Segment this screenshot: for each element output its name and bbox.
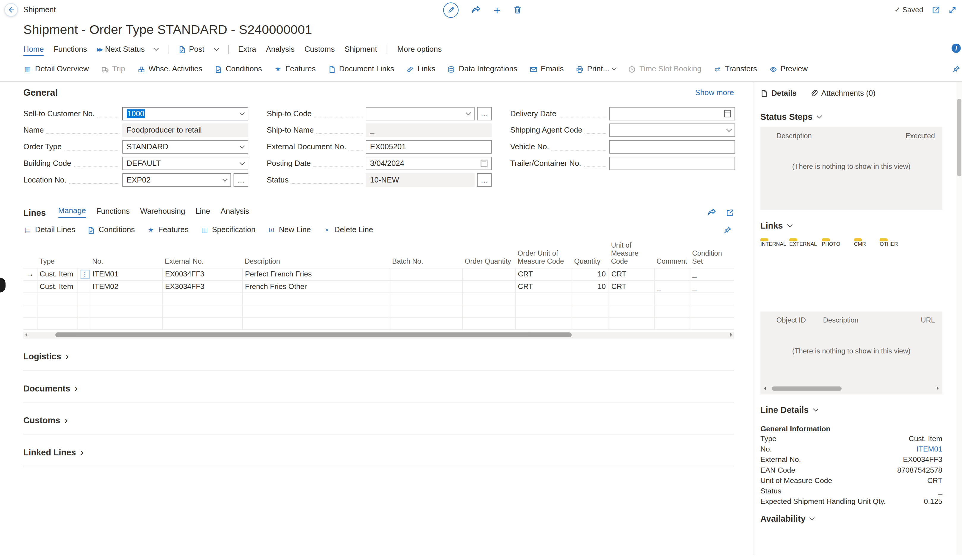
folder-cmr[interactable]: CMR (847, 241, 873, 247)
ship-to-code-assist-button[interactable]: … (477, 107, 492, 121)
shipping-agent-code-input[interactable] (609, 123, 735, 137)
delete-button[interactable] (513, 5, 522, 14)
col-batch-no[interactable]: Batch No. (390, 240, 462, 268)
action-data-integrations[interactable]: Data Integrations (447, 64, 517, 73)
lines-action-features[interactable]: ★Features (147, 225, 189, 234)
cell-condition-set[interactable]: _ (689, 268, 734, 280)
col-condition-set[interactable]: Condition Set (689, 240, 734, 268)
show-more-link[interactable]: Show more (695, 88, 734, 97)
new-button[interactable]: + (494, 4, 500, 16)
action-features[interactable]: ★Features (274, 64, 315, 73)
status-steps-heading[interactable]: Status Steps (760, 112, 943, 122)
folder-external[interactable]: EXTERNAL (789, 241, 815, 247)
vertical-scrollbar[interactable] (956, 82, 962, 555)
scrollbar-thumb[interactable] (772, 386, 842, 391)
status-assist-button[interactable]: … (477, 173, 492, 187)
cell-no[interactable]: ITEM02 (90, 280, 162, 293)
menu-extra[interactable]: Extra (238, 45, 256, 53)
posting-date-input[interactable]: 3/04/2024 (366, 157, 492, 170)
section-documents[interactable]: Documents› (24, 383, 734, 402)
cell-order-uom[interactable]: CRT (515, 280, 571, 293)
cell-external-no[interactable]: EX0034FF3 (162, 268, 242, 280)
action-document-links[interactable]: Document Links (328, 64, 394, 73)
sell-to-customer-no-input[interactable]: 1000 (122, 107, 248, 121)
cell-description[interactable]: Perfect French Fries (242, 268, 389, 280)
scroll-right-arrow[interactable] (730, 333, 732, 336)
action-print[interactable]: Print... (575, 64, 616, 73)
item-link[interactable]: ITEM01 (917, 445, 943, 453)
menu-more-options[interactable]: More options (397, 45, 442, 53)
table-row-empty[interactable] (24, 293, 734, 305)
folder-other[interactable]: OTHER (876, 241, 902, 247)
col-order-quantity[interactable]: Order Quantity (462, 240, 515, 268)
info-icon[interactable]: i (952, 44, 961, 53)
action-conditions[interactable]: Conditions (214, 64, 262, 73)
menu-shipment[interactable]: Shipment (345, 45, 377, 53)
action-emails[interactable]: Emails (529, 64, 564, 73)
menu-next-status[interactable]: ▶▶Next Status (97, 45, 145, 53)
action-whse-activities[interactable]: Whse. Activities (137, 64, 202, 73)
col-description[interactable]: Description (242, 240, 389, 268)
cell-uom[interactable]: CRT (609, 280, 654, 293)
chevron-down-icon[interactable] (223, 177, 228, 182)
location-no-assist-button[interactable]: … (233, 173, 248, 187)
row-menu-icon[interactable]: ⋮ (80, 270, 89, 279)
cell-order-quantity[interactable] (462, 268, 515, 280)
pin-icon[interactable] (952, 64, 960, 73)
menu-analysis[interactable]: Analysis (266, 45, 294, 53)
cell-no[interactable]: ITEM01 (90, 268, 162, 280)
folder-photo[interactable]: PHOTO (818, 241, 844, 247)
tab-details[interactable]: Details (760, 89, 797, 98)
share-button[interactable] (471, 5, 481, 14)
trailer-container-no-input[interactable] (609, 157, 735, 170)
col-uom[interactable]: Unit of Measure Code (609, 240, 654, 268)
chevron-down-icon[interactable] (240, 160, 245, 165)
action-links[interactable]: Links (406, 64, 436, 73)
section-customs[interactable]: Customs› (24, 415, 734, 434)
menu-functions[interactable]: Functions (54, 45, 87, 53)
delivery-date-input[interactable] (609, 107, 735, 121)
pin-icon[interactable] (723, 225, 731, 234)
cell-quantity[interactable]: 10 (571, 280, 609, 293)
calendar-icon[interactable] (724, 110, 731, 117)
resize-button[interactable] (949, 5, 957, 14)
cell-batch-no[interactable] (390, 280, 462, 293)
scroll-left-arrow[interactable] (25, 333, 27, 336)
chevron-down-icon[interactable] (466, 110, 471, 116)
lines-tab-line[interactable]: Line (196, 207, 210, 217)
table-row-empty[interactable] (24, 317, 734, 329)
availability-heading[interactable]: Availability (760, 513, 943, 523)
lines-action-delete-line[interactable]: ×Delete Line (323, 225, 373, 234)
line-details-heading[interactable]: Line Details (760, 405, 943, 415)
cell-comment[interactable]: _ (654, 280, 689, 293)
cell-condition-set[interactable]: _ (689, 280, 734, 293)
cell-external-no[interactable]: EX3034FF3 (162, 280, 242, 293)
lines-action-specification[interactable]: ▥Specification (200, 225, 255, 234)
col-quantity[interactable]: Quantity (571, 240, 609, 268)
open-lines-in-new-window-button[interactable] (726, 208, 734, 216)
lines-tab-analysis[interactable]: Analysis (221, 207, 249, 217)
col-comment[interactable]: Comment (654, 240, 689, 268)
edit-button[interactable] (443, 2, 458, 18)
location-no-input[interactable]: EXP02 (122, 173, 231, 187)
cell-uom[interactable]: CRT (609, 268, 654, 280)
action-detail-overview[interactable]: ▦Detail Overview (24, 64, 89, 73)
lines-action-detail-lines[interactable]: ▤Detail Lines (24, 225, 75, 234)
col-no[interactable]: No. (90, 240, 162, 268)
lines-tab-functions[interactable]: Functions (96, 207, 130, 217)
scroll-left-arrow[interactable] (764, 386, 766, 390)
col-external-no[interactable]: External No. (162, 240, 242, 268)
building-code-input[interactable]: DEFAULT (122, 157, 248, 170)
action-preview[interactable]: Preview (769, 64, 808, 73)
share-lines-button[interactable] (707, 208, 716, 217)
lines-action-conditions[interactable]: Conditions (87, 225, 135, 234)
action-transfers[interactable]: ⇄Transfers (713, 64, 757, 73)
cell-comment[interactable] (654, 268, 689, 280)
cell-order-uom[interactable]: CRT (515, 268, 571, 280)
cell-batch-no[interactable] (390, 268, 462, 280)
menu-next-status-dropdown[interactable] (155, 47, 158, 51)
ship-to-code-input[interactable] (366, 107, 475, 121)
menu-customs[interactable]: Customs (305, 45, 335, 53)
chevron-down-icon[interactable] (240, 143, 245, 149)
col-type[interactable]: Type (37, 240, 77, 268)
